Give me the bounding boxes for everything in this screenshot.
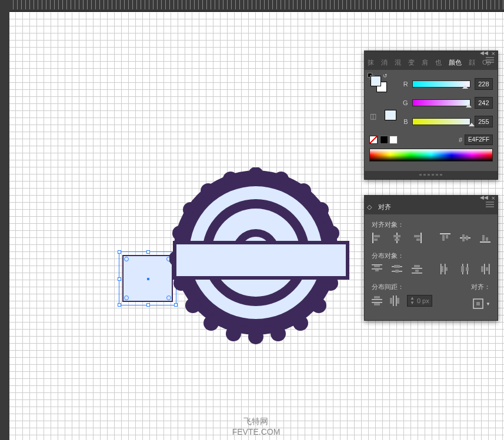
chevron-down-icon[interactable]: ▼ [486,301,490,307]
svg-rect-76 [396,295,397,306]
selection-handle-w[interactable] [118,277,121,281]
fill-swatch[interactable] [371,76,381,86]
svg-rect-55 [414,265,420,267]
color-spectrum[interactable] [369,149,493,162]
svg-rect-78 [476,302,480,305]
distribute-buttons [372,264,490,274]
selection-handle-nw[interactable] [118,250,121,254]
selection-bounds [119,251,176,305]
tab-3[interactable]: 变 [408,58,415,67]
space-v-button[interactable] [372,295,382,306]
b-value[interactable]: 255 [475,116,493,127]
panel-header[interactable]: ◀◀ × [365,196,498,199]
tab-4[interactable]: 肩 [421,58,429,67]
b-label: B [401,118,408,125]
panel-tabs: ◇ 对齐 [365,199,498,214]
svg-rect-60 [446,267,448,271]
close-icon[interactable]: × [492,194,495,201]
corner-widget-nw[interactable] [124,257,129,261]
svg-rect-37 [442,235,445,241]
svg-rect-27 [372,233,373,243]
g-label: G [401,99,408,106]
selection-handle-s[interactable] [146,303,150,307]
align-hcenter-button[interactable] [392,233,402,243]
svg-point-10 [271,326,286,341]
distribute-section-label: 分布对象： [372,251,490,260]
collapse-icon[interactable]: ◀◀ [480,194,488,201]
stepper-icon[interactable]: ▲▼ [410,296,415,305]
align-buttons [372,233,490,243]
space-h-button[interactable] [389,295,400,306]
tab-0[interactable]: 抹 [367,58,375,67]
panel-resize[interactable] [365,171,498,179]
none-color-icon[interactable] [369,136,378,144]
g-row: G 242 [401,93,493,112]
selection-handle-sw[interactable] [118,303,121,307]
fill-stroke-swatch[interactable]: ↺ [369,75,387,92]
g-slider[interactable] [413,100,470,106]
align-panel[interactable]: ◀◀ × ◇ 对齐 对齐对象： 分布对象： [364,195,498,321]
collapse-icon[interactable]: ◀◀ [480,50,488,57]
selection-handle-n[interactable] [146,250,150,254]
svg-rect-66 [489,264,490,274]
align-to-artboard-button[interactable] [473,298,483,309]
svg-point-12 [226,326,241,341]
r-row: R 228 [401,75,493,93]
watermark-line1: 飞特网 [232,417,281,427]
svg-rect-45 [372,264,382,266]
dist-vcenter-button[interactable] [392,264,402,274]
ruler-horizontal[interactable] [9,0,504,9]
svg-rect-33 [420,233,422,243]
hex-value[interactable]: E4F2FF [465,135,493,145]
dist-hcenter-button[interactable] [460,264,470,274]
panel-menu-icon[interactable] [486,57,494,64]
b-slider[interactable] [413,119,470,125]
badge-artwork[interactable] [169,167,342,350]
svg-rect-56 [415,270,419,272]
tab-1[interactable]: 消 [380,58,388,67]
color-panel[interactable]: ◀◀ × 抹 消 混 变 肩 也 颜色 顔 Op ↺ ◫ R 228 G [364,51,498,180]
svg-rect-71 [372,299,382,300]
dist-bottom-button[interactable] [412,264,422,274]
svg-rect-75 [393,295,394,306]
svg-rect-53 [412,268,422,269]
spacing-row: ▲▼ 0 px [372,295,432,307]
current-color-swatch[interactable] [385,110,396,120]
svg-rect-40 [462,234,465,241]
tab-align[interactable]: 对齐 [378,203,392,211]
align-right-button[interactable] [412,233,422,243]
tab-5[interactable]: 也 [435,58,442,67]
tab-color[interactable]: 颜色 [448,58,462,67]
cube-3d-icon[interactable]: ◫ [370,112,378,120]
svg-rect-74 [397,298,399,304]
close-icon[interactable]: × [492,50,495,57]
align-vcenter-button[interactable] [460,233,470,243]
tab-r0[interactable]: 顔 [468,58,476,67]
panel-header[interactable]: ◀◀ × [365,51,498,55]
r-value[interactable]: 228 [475,78,493,90]
white-swatch[interactable] [389,136,398,144]
align-bottom-button[interactable] [480,233,490,243]
dist-right-button[interactable] [480,264,490,274]
tab-2[interactable]: 混 [394,58,402,67]
r-slider[interactable] [413,81,470,87]
align-left-button[interactable] [372,233,382,243]
panel-tabs: 抹 消 混 变 肩 也 颜色 顔 Op [365,55,498,70]
align-section-label: 对齐对象： [372,220,490,229]
align-top-button[interactable] [440,233,450,243]
ruler-vertical[interactable] [0,0,9,440]
dist-top-button[interactable] [372,264,382,274]
r-label: R [401,80,408,88]
black-swatch[interactable] [380,136,388,144]
svg-rect-43 [482,235,485,241]
svg-point-11 [248,329,263,344]
badge-ribbon [173,241,349,280]
dist-left-button[interactable] [440,264,450,274]
svg-rect-52 [395,270,399,273]
rgb-sliders: R 228 G 242 B 255 [401,75,493,131]
spacing-input[interactable]: ▲▼ 0 px [407,295,432,307]
corner-widget-sw[interactable] [124,295,129,300]
panel-menu-icon[interactable] [486,201,494,209]
svg-rect-42 [480,241,490,243]
g-value[interactable]: 242 [475,97,493,109]
